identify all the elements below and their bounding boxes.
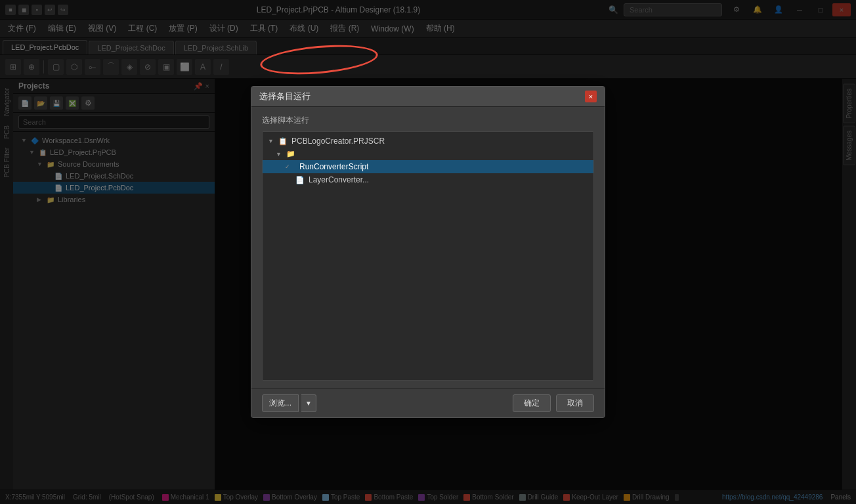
annotation-circle [259,41,379,79]
dtree-subfolder[interactable]: ▼ 📁 [263,148,593,160]
footer-right: 确定 取消 [513,394,594,412]
dtree-layerconverter[interactable]: 📄 LayerConverter... [263,173,593,186]
dtree-icon-0: 📋 [278,137,288,146]
footer-left: 浏览... ▼ [262,394,316,412]
dtree-label-3: LayerConverter... [309,175,369,184]
dtree-prjscr[interactable]: ▼ 📋 PCBLogoCreator.PRJSCR [263,135,593,148]
dialog-titlebar: 选择条目运行 × [251,87,605,107]
modal-overlay: 选择条目运行 × 选择脚本运行 ▼ 📋 PCBLogoCreator.PRJSC… [0,0,856,504]
dtree-runconverter[interactable]: ✓ RunConverterScript [263,160,593,173]
script-dialog: 选择条目运行 × 选择脚本运行 ▼ 📋 PCBLogoCreator.PRJSC… [251,86,605,418]
dtree-arrow-2: ✓ [285,163,291,170]
dialog-footer: 浏览... ▼ 确定 取消 [251,388,605,417]
dtree-arrow-0: ▼ [268,138,274,144]
dtree-arrow-1: ▼ [276,151,282,158]
dialog-body: 选择脚本运行 ▼ 📋 PCBLogoCreator.PRJSCR ▼ 📁 ✓ R… [251,107,605,388]
browse-dropdown-button[interactable]: ▼ [301,394,316,412]
dialog-title: 选择条目运行 [259,91,310,102]
browse-button[interactable]: 浏览... [262,394,299,412]
dtree-label-0: PCBLogoCreator.PRJSCR [291,136,385,146]
cancel-button[interactable]: 取消 [556,394,594,412]
dialog-close-button[interactable]: × [585,91,597,102]
dialog-tree: ▼ 📋 PCBLogoCreator.PRJSCR ▼ 📁 ✓ RunConve… [262,131,594,381]
dialog-label: 选择脚本运行 [262,115,594,126]
dtree-icon-3: 📄 [295,176,305,184]
dtree-label-2: RunConverterScript [299,162,368,171]
dtree-icon-1: 📁 [286,150,295,158]
ok-button[interactable]: 确定 [513,394,551,412]
